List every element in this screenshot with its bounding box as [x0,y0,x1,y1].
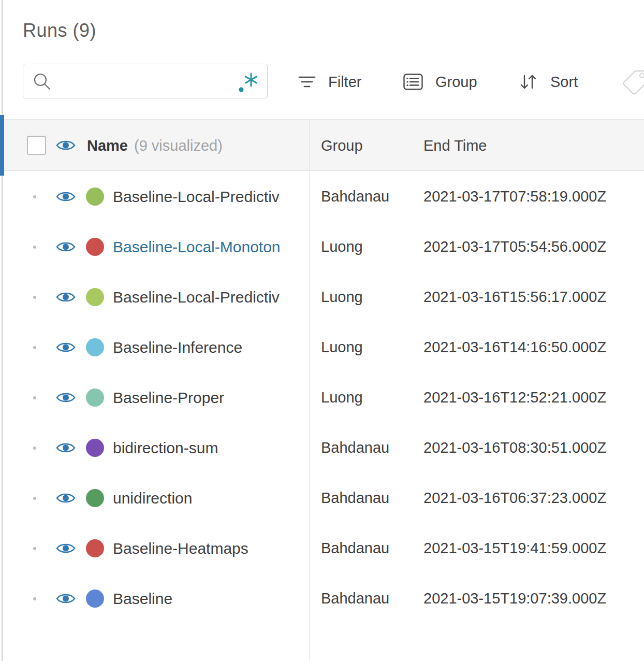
tag-icon[interactable] [620,68,644,96]
run-color-dot [86,338,104,356]
run-group-cell: Luong [321,322,363,372]
run-name-link[interactable]: Baseline-Local-Predictiv [113,272,303,322]
run-name-link[interactable]: Baseline-Inference [113,322,303,372]
eye-icon [56,340,76,354]
sort-button-label: Sort [550,74,578,91]
visibility-toggle[interactable] [56,541,76,555]
drag-handle[interactable] [33,346,36,349]
table-row[interactable]: Baseline-Proper Luong 2021-03-16T12:52:2… [0,372,644,423]
run-color-dot [86,489,104,507]
run-color-dot [86,439,104,457]
name-column-label: Name [87,137,128,154]
sort-icon [518,73,538,91]
table-row[interactable]: Baseline-Local-Predictiv Bahdanau 2021-0… [0,171,644,222]
table-header: Name (9 visualized) Group End Time [0,119,644,171]
visibility-toggle[interactable] [56,592,76,606]
table-row[interactable]: Baseline-Inference Luong 2021-03-16T14:1… [0,322,644,372]
table-row[interactable]: Baseline-Local-Predictiv Luong 2021-03-1… [0,272,644,322]
run-end-time-cell: 2021-03-17T07:58:19.000Z [423,171,606,222]
select-all-checkbox[interactable] [27,136,46,155]
visibility-toggle[interactable] [56,491,76,505]
run-name-link[interactable]: Baseline-Proper [113,372,303,423]
visibility-toggle[interactable] [56,190,76,204]
run-end-time-cell: 2021-03-15T19:07:39.000Z [423,573,606,624]
run-color-dot [86,389,104,407]
run-name-link[interactable]: Baseline-Local-Monoton [113,222,303,272]
table-row[interactable]: bidirection-sum Bahdanau 2021-03-16T08:3… [0,423,644,473]
run-group-cell: Luong [321,222,363,272]
run-end-time-cell: 2021-03-16T12:52:21.000Z [423,372,606,423]
eye-icon [56,592,76,606]
table-row[interactable]: unidirection Bahdanau 2021-03-16T06:37:2… [0,473,644,523]
run-color-dot [86,238,104,256]
eye-icon [56,138,76,152]
run-name-link[interactable]: Baseline-Heatmaps [113,523,303,573]
drag-handle[interactable] [33,497,36,500]
visibility-toggle[interactable] [56,391,76,405]
header-accent-strip [0,115,4,176]
run-group-cell: Luong [321,372,363,423]
drag-handle[interactable] [33,195,36,198]
table-row[interactable]: Baseline-Heatmaps Bahdanau 2021-03-15T19… [0,523,644,573]
regex-toggle-icon[interactable] [236,69,260,94]
visibility-toggle[interactable] [56,441,76,455]
search-input[interactable] [56,66,227,96]
visibility-toggle-all[interactable] [56,138,76,152]
run-end-time-cell: 2021-03-16T14:16:50.000Z [423,322,606,372]
eye-icon [56,240,76,254]
run-end-time-cell: 2021-03-16T06:37:23.000Z [423,473,606,523]
sort-button[interactable]: Sort [518,67,578,96]
page-title: Runs (9) [23,20,96,41]
runs-search-box[interactable] [23,64,268,98]
run-end-time-cell: 2021-03-16T15:56:17.000Z [423,272,606,322]
drag-handle[interactable] [33,396,36,399]
runs-table-body: Baseline-Local-Predictiv Bahdanau 2021-0… [0,171,644,624]
eye-icon [56,541,76,555]
visibility-toggle[interactable] [56,240,76,254]
run-group-cell: Bahdanau [321,423,389,473]
run-group-cell: Luong [321,272,363,322]
filter-icon [298,74,316,90]
eye-icon [56,491,76,505]
run-color-dot [86,590,104,608]
filter-button[interactable]: Filter [298,67,361,96]
eye-icon [56,441,76,455]
table-row[interactable]: Baseline-Local-Monoton Luong 2021-03-17T… [0,222,644,272]
visualized-count-label: (9 visualized) [134,137,223,154]
group-icon [403,74,423,90]
run-name-link[interactable]: Baseline-Local-Predictiv [113,171,303,222]
column-header-name[interactable]: Name (9 visualized) [87,120,223,171]
visibility-toggle[interactable] [56,290,76,304]
group-button-label: Group [435,74,477,91]
visibility-toggle[interactable] [56,340,76,354]
run-group-cell: Bahdanau [321,573,389,624]
run-color-dot [86,188,104,206]
column-header-group[interactable]: Group [321,120,363,171]
drag-handle[interactable] [33,547,36,550]
eye-icon [56,391,76,405]
drag-handle[interactable] [33,296,36,299]
run-end-time-cell: 2021-03-16T08:30:51.000Z [423,423,606,473]
run-name-link[interactable]: Baseline [113,573,303,624]
eye-icon [56,290,76,304]
run-group-cell: Bahdanau [321,171,389,222]
drag-handle[interactable] [33,246,36,249]
group-button[interactable]: Group [403,67,477,96]
run-name-link[interactable]: unidirection [113,473,303,523]
eye-icon [56,190,76,204]
drag-handle[interactable] [33,597,36,600]
filter-button-label: Filter [328,74,361,91]
search-icon [33,72,52,92]
column-header-end-time[interactable]: End Time [423,120,487,171]
run-color-dot [86,539,104,557]
run-group-cell: Bahdanau [321,523,389,573]
run-name-link[interactable]: bidirection-sum [113,423,303,473]
run-color-dot [86,288,104,306]
drag-handle[interactable] [33,447,36,450]
run-end-time-cell: 2021-03-15T19:41:59.000Z [423,523,606,573]
run-group-cell: Bahdanau [321,473,389,523]
table-row[interactable]: Baseline Bahdanau 2021-03-15T19:07:39.00… [0,573,644,624]
run-end-time-cell: 2021-03-17T05:54:56.000Z [423,222,606,272]
